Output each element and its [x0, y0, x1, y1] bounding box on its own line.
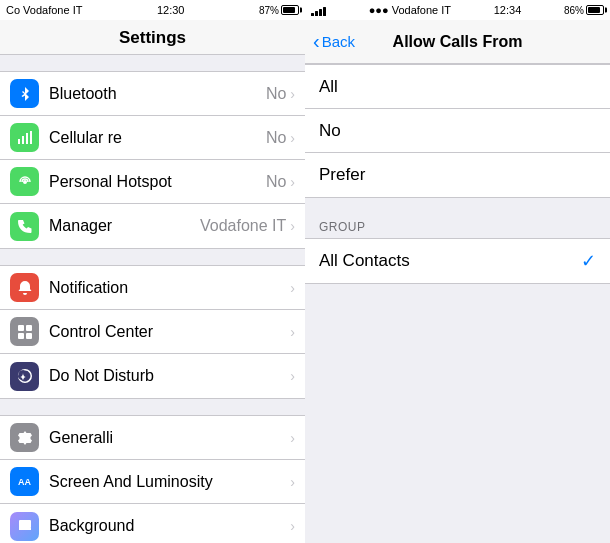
svg-point-10 — [26, 522, 29, 525]
left-carrier: Co Vodafone IT — [6, 4, 82, 16]
wallpaper-icon — [10, 512, 39, 541]
display-chevron: › — [290, 474, 295, 490]
all-contacts-label: All Contacts — [319, 251, 581, 271]
right-battery-fill — [588, 7, 600, 13]
signal-bar-3 — [319, 9, 322, 16]
left-battery-icon — [281, 5, 299, 15]
general-chevron: › — [290, 430, 295, 446]
right-battery-label: 86% — [564, 5, 584, 16]
signal-bar-4 — [323, 7, 326, 16]
group-options: All Contacts ✓ — [305, 238, 610, 284]
settings-item-manager[interactable]: Manager Vodafone IT › — [0, 204, 305, 248]
hotspot-value: No — [266, 173, 286, 191]
svg-rect-8 — [26, 333, 32, 339]
control-center-label: Control Center — [49, 323, 290, 341]
options-group: All No Prefer — [305, 64, 610, 198]
control-center-chevron: › — [290, 324, 295, 340]
right-time: 12:34 — [494, 4, 522, 16]
settings-item-cellular[interactable]: Cellular re No › — [0, 116, 305, 160]
settings-group-1: Bluetooth No › Cellular re No › Personal… — [0, 71, 305, 249]
allow-calls-panel: ‹ Back Allow Calls From All No Prefer GR… — [305, 20, 610, 543]
back-button[interactable]: ‹ Back — [313, 30, 355, 53]
display-label: Screen And Luminosity — [49, 473, 290, 491]
dnd-chevron: › — [290, 368, 295, 384]
svg-rect-5 — [18, 325, 24, 331]
settings-group-2: Notification › Control Center › Do Not D… — [0, 265, 305, 399]
settings-item-display[interactable]: AA Screen And Luminosity › — [0, 460, 305, 504]
option-no-label: No — [319, 121, 596, 141]
manager-chevron: › — [290, 218, 295, 234]
hotspot-label: Personal Hotspot — [49, 173, 266, 191]
option-all-label: All — [319, 77, 596, 97]
settings-panel: Settings Bluetooth No › Cellular re No ›… — [0, 20, 305, 543]
back-label: Back — [322, 33, 355, 50]
signal-bar-2 — [315, 11, 318, 16]
group-section-header: GROUP — [305, 214, 610, 238]
dnd-label: Do Not Disturb — [49, 367, 290, 385]
option-prefer-label: Prefer — [319, 165, 596, 185]
right-battery: 86% — [564, 5, 604, 16]
settings-item-general[interactable]: Generalli › — [0, 416, 305, 460]
svg-rect-7 — [18, 333, 24, 339]
settings-item-bluetooth[interactable]: Bluetooth No › — [0, 72, 305, 116]
notifications-chevron: › — [290, 280, 295, 296]
nav-bar: ‹ Back Allow Calls From — [305, 20, 610, 64]
bluetooth-chevron: › — [290, 86, 295, 102]
general-label: Generalli — [49, 429, 290, 447]
right-status-bar: ●●● Vodafone IT 12:34 86% — [305, 0, 610, 20]
settings-group-3: Generalli › AA Screen And Luminosity › B… — [0, 415, 305, 543]
notifications-label: Notification — [49, 279, 290, 297]
signal-bar-1 — [311, 13, 314, 16]
settings-item-dnd[interactable]: Do Not Disturb › — [0, 354, 305, 398]
right-battery-icon — [586, 5, 604, 15]
general-icon — [10, 423, 39, 452]
settings-item-control-center[interactable]: Control Center › — [0, 310, 305, 354]
control-center-icon — [10, 317, 39, 346]
option-prefer[interactable]: Prefer — [305, 153, 610, 197]
svg-rect-3 — [30, 131, 32, 144]
notifications-icon — [10, 273, 39, 302]
settings-item-notifications[interactable]: Notification › — [0, 266, 305, 310]
left-battery-label: 87% — [259, 5, 279, 16]
option-all-contacts[interactable]: All Contacts ✓ — [305, 239, 610, 283]
cellular-value: No — [266, 129, 286, 147]
all-contacts-checkmark: ✓ — [581, 250, 596, 272]
svg-point-4 — [23, 180, 27, 184]
svg-rect-1 — [22, 136, 24, 144]
settings-title: Settings — [0, 20, 305, 55]
option-all[interactable]: All — [305, 65, 610, 109]
option-no[interactable]: No — [305, 109, 610, 153]
hotspot-chevron: › — [290, 174, 295, 190]
dnd-icon — [10, 362, 39, 391]
left-status-bar: Co Vodafone IT 12:30 87% — [0, 0, 305, 20]
hotspot-icon — [10, 167, 39, 196]
left-battery: 87% — [259, 5, 299, 16]
cellular-icon — [10, 123, 39, 152]
svg-rect-2 — [26, 133, 28, 144]
settings-item-wallpaper[interactable]: Background › — [0, 504, 305, 543]
display-icon: AA — [10, 467, 39, 496]
left-time: 12:30 — [157, 4, 185, 16]
svg-rect-6 — [26, 325, 32, 331]
nav-title: Allow Calls From — [393, 33, 523, 51]
back-chevron-icon: ‹ — [313, 30, 320, 53]
cellular-chevron: › — [290, 130, 295, 146]
settings-item-hotspot[interactable]: Personal Hotspot No › — [0, 160, 305, 204]
wallpaper-label: Background — [49, 517, 290, 535]
bluetooth-icon — [10, 79, 39, 108]
bluetooth-label: Bluetooth — [49, 85, 266, 103]
bluetooth-value: No — [266, 85, 286, 103]
right-signal — [311, 5, 326, 16]
divider — [305, 198, 610, 214]
right-carrier: ●●● Vodafone IT — [369, 4, 451, 16]
wallpaper-chevron: › — [290, 518, 295, 534]
cellular-label: Cellular re — [49, 129, 266, 147]
left-battery-fill — [283, 7, 295, 13]
manager-value: Vodafone IT — [200, 217, 286, 235]
manager-label: Manager — [49, 217, 200, 235]
svg-rect-0 — [18, 139, 20, 144]
phone-icon — [10, 212, 39, 241]
